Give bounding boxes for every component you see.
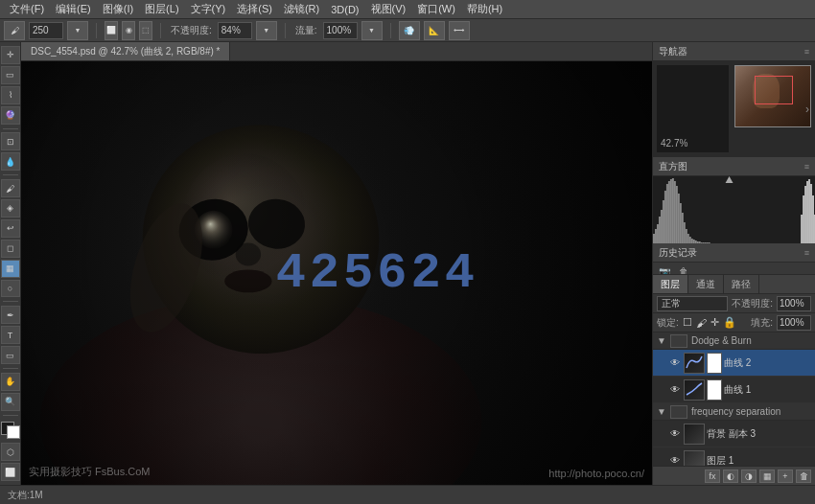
- document-tab[interactable]: DSC_4554.psd @ 42.7% (曲线 2, RGB/8#) *: [21, 42, 230, 60]
- crop-tool[interactable]: ⊡: [1, 132, 20, 150]
- layers-content[interactable]: ▼ Dodge & Burn 👁 曲线 2 👁 曲线 1 ▼ freque: [653, 332, 815, 466]
- layer-group-dodge-burn[interactable]: ▼ Dodge & Burn: [653, 332, 815, 350]
- layer-item-layer1[interactable]: 👁 图层 1: [653, 447, 815, 466]
- svg-rect-19: [689, 237, 691, 243]
- hand-tool[interactable]: ✋: [1, 373, 20, 391]
- status-size: 1M: [30, 490, 43, 500]
- layer-visibility-icon[interactable]: 👁: [668, 356, 682, 370]
- menu-item-layer[interactable]: 图层(L): [139, 0, 184, 18]
- navigator-thumbnail[interactable]: [734, 65, 811, 127]
- history-header: 历史记录 ≡: [653, 243, 815, 263]
- svg-rect-13: [678, 194, 680, 243]
- pen-tool[interactable]: ✒: [1, 306, 20, 324]
- svg-rect-10: [672, 178, 674, 243]
- lock-transparent-icon[interactable]: ☐: [683, 316, 692, 329]
- layer-visibility-icon[interactable]: 👁: [668, 383, 682, 397]
- history-brush-tool[interactable]: ↩: [1, 219, 20, 238]
- stamp-tool[interactable]: ◈: [1, 199, 20, 218]
- group-triangle-icon: ▼: [657, 406, 666, 417]
- layer-adjustment-button[interactable]: ◑: [741, 470, 757, 483]
- menu-item-text[interactable]: 文字(Y): [185, 0, 232, 18]
- foreground-color[interactable]: [1, 422, 20, 440]
- flow-slider-icon[interactable]: ▼: [361, 21, 383, 40]
- histogram-title: 直方图: [659, 160, 687, 173]
- lasso-tool[interactable]: ⌇: [1, 86, 20, 104]
- blend-mode-field[interactable]: 正常: [657, 296, 728, 311]
- navigator-header: 导航器 ≡: [653, 42, 815, 61]
- svg-rect-36: [810, 184, 812, 243]
- select-tool[interactable]: ▭: [1, 66, 20, 84]
- canvas-content[interactable]: 425624 实用摄影技巧 FsBus.CoM http://photo.poc…: [21, 61, 652, 485]
- layer-opacity-field[interactable]: 100%: [777, 296, 811, 311]
- svg-rect-25: [701, 242, 703, 243]
- svg-rect-14: [680, 203, 682, 243]
- quick-mask-tool[interactable]: ⬡: [1, 443, 20, 461]
- layer-new-button[interactable]: +: [778, 470, 793, 483]
- lock-image-icon[interactable]: 🖌: [696, 317, 707, 329]
- dodge-tool[interactable]: ○: [1, 280, 20, 298]
- menu-item-3d[interactable]: 3D(D): [325, 0, 364, 18]
- svg-rect-37: [812, 195, 814, 243]
- group-thumb: [670, 405, 687, 419]
- pressure-icon[interactable]: 📐: [424, 21, 445, 40]
- screen-mode-tool[interactable]: ⬜: [1, 463, 20, 481]
- tool-separator: [3, 128, 18, 129]
- canvas-number: 425624: [276, 245, 478, 302]
- opacity-slider-icon[interactable]: ▼: [256, 21, 277, 40]
- tab-channels[interactable]: 通道: [688, 275, 724, 293]
- lock-position-icon[interactable]: ✛: [710, 316, 719, 329]
- lock-all-icon[interactable]: 🔒: [723, 316, 736, 329]
- layer-visibility-icon[interactable]: 👁: [668, 427, 682, 441]
- opacity-label: 不透明度:: [732, 297, 773, 310]
- layer-visibility-icon[interactable]: 👁: [668, 454, 682, 467]
- menu-item-image[interactable]: 图像(I): [97, 0, 139, 18]
- menu-item-view[interactable]: 视图(V): [365, 0, 412, 18]
- fill-field[interactable]: 100%: [777, 315, 811, 331]
- shape-tool[interactable]: ▭: [1, 346, 20, 364]
- eraser-tool[interactable]: ◻: [1, 240, 20, 258]
- navigator-collapse-icon[interactable]: ≡: [804, 47, 809, 57]
- layer-mask-button[interactable]: ◐: [723, 470, 738, 483]
- layer-fx-button[interactable]: fx: [705, 470, 720, 483]
- tab-layers[interactable]: 图层: [653, 275, 688, 293]
- mode-icon2[interactable]: ◉: [122, 21, 135, 40]
- mode-icon[interactable]: ⬜: [105, 21, 118, 40]
- menu-item-edit[interactable]: 编辑(E): [50, 0, 97, 18]
- symmetry-icon[interactable]: ⟷: [449, 21, 470, 40]
- brush-tool[interactable]: 🖌: [1, 179, 20, 197]
- history-collapse-icon[interactable]: ≡: [804, 248, 809, 258]
- text-tool[interactable]: T: [1, 326, 20, 344]
- brush-size-field[interactable]: 250: [29, 22, 63, 39]
- layer-group-button[interactable]: ▦: [759, 470, 775, 483]
- menu-item-window[interactable]: 窗口(W): [411, 0, 461, 18]
- tab-paths[interactable]: 路径: [724, 275, 759, 293]
- watermark-left: 实用摄影技巧 FsBus.CoM: [29, 465, 151, 479]
- navigator-viewport-box: [755, 76, 793, 104]
- menu-item-help[interactable]: 帮助(H): [461, 0, 508, 18]
- menu-item-file[interactable]: 文件(F): [4, 0, 50, 18]
- zoom-tool[interactable]: 🔍: [1, 393, 20, 411]
- brush-picker-icon[interactable]: ▼: [67, 21, 88, 40]
- menu-item-filter[interactable]: 滤镜(R): [278, 0, 325, 18]
- eyedropper-tool[interactable]: 💧: [1, 152, 20, 171]
- airbrush-icon[interactable]: 💨: [399, 21, 420, 40]
- svg-rect-28: [707, 242, 709, 243]
- magic-wand-tool[interactable]: 🔮: [1, 106, 20, 125]
- brush-tool-icon[interactable]: 🖌: [4, 21, 25, 40]
- layer-item-curve2[interactable]: 👁 曲线 2: [653, 350, 815, 377]
- flow-field[interactable]: 100%: [323, 22, 358, 39]
- gradient-tool[interactable]: ▦: [1, 260, 20, 278]
- move-tool[interactable]: ✛: [1, 46, 20, 64]
- menu-item-select[interactable]: 选择(S): [231, 0, 278, 18]
- layer-item-bg3[interactable]: 👁 背景 副本 3: [653, 421, 815, 447]
- group-name: frequency separation: [691, 406, 780, 417]
- mode-icon3[interactable]: ⬚: [139, 21, 152, 40]
- layer-group-freq-sep[interactable]: ▼ frequency separation: [653, 403, 815, 421]
- opacity-field[interactable]: 84%: [218, 22, 252, 39]
- layer-name-bg3: 背景 副本 3: [707, 427, 811, 441]
- layer-delete-button[interactable]: 🗑: [796, 470, 811, 483]
- layer-mask-thumbnail: [707, 353, 722, 374]
- histogram-collapse-icon[interactable]: ≡: [804, 162, 809, 172]
- layer-item-curve1[interactable]: 👁 曲线 1: [653, 377, 815, 403]
- separator2: [160, 23, 161, 38]
